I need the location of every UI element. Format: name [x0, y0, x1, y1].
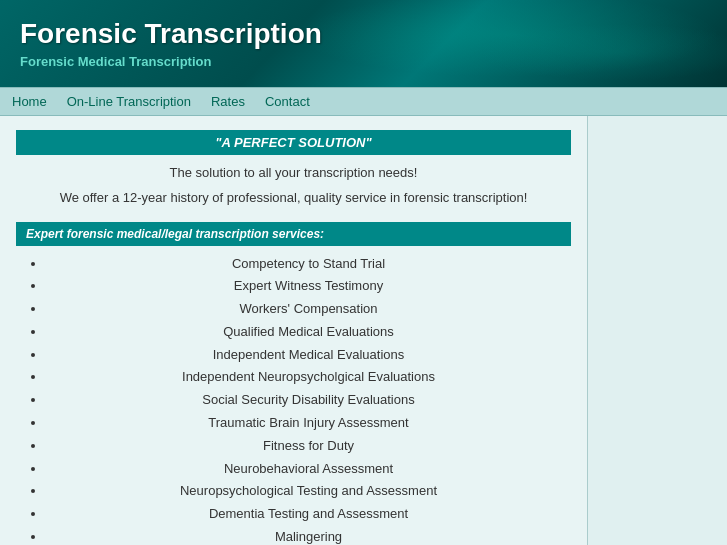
service-list-item: Expert Witness Testimony — [46, 276, 571, 297]
navbar: HomeOn-Line TranscriptionRatesContact — [0, 87, 727, 116]
site-title: Forensic Transcription — [20, 18, 707, 50]
service-list-item: Competency to Stand Trial — [46, 254, 571, 275]
service-list-item: Fitness for Duty — [46, 436, 571, 457]
main-layout: "A PERFECT SOLUTION" The solution to all… — [0, 116, 727, 545]
services-list: Competency to Stand TrialExpert Witness … — [16, 254, 571, 546]
service-list-item: Neuropsychological Testing and Assessmen… — [46, 481, 571, 502]
nav-item-rates[interactable]: Rates — [211, 94, 245, 109]
service-list-item: Workers' Compensation — [46, 299, 571, 320]
nav-item-home[interactable]: Home — [12, 94, 47, 109]
service-list-item: Dementia Testing and Assessment — [46, 504, 571, 525]
tagline: The solution to all your transcription n… — [16, 165, 571, 180]
service-list-item: Traumatic Brain Injury Assessment — [46, 413, 571, 434]
header: Forensic Transcription Forensic Medical … — [0, 0, 727, 87]
description: We offer a 12-year history of profession… — [16, 188, 571, 208]
service-list-item: Malingering — [46, 527, 571, 545]
services-banner: Expert forensic medical/legal transcript… — [16, 222, 571, 246]
service-list-item: Independent Medical Evaluations — [46, 345, 571, 366]
nav-item-contact[interactable]: Contact — [265, 94, 310, 109]
sidebar — [587, 116, 727, 545]
site-subtitle: Forensic Medical Transcription — [20, 54, 707, 69]
content-area: "A PERFECT SOLUTION" The solution to all… — [0, 116, 587, 545]
service-list-item: Qualified Medical Evaluations — [46, 322, 571, 343]
service-list-item: Independent Neuropsycholgical Evaluation… — [46, 367, 571, 388]
service-list-item: Neurobehavioral Assessment — [46, 459, 571, 480]
service-list-item: Social Security Disability Evaluations — [46, 390, 571, 411]
perfect-solution-banner: "A PERFECT SOLUTION" — [16, 130, 571, 155]
nav-item-online-transcription[interactable]: On-Line Transcription — [67, 94, 191, 109]
